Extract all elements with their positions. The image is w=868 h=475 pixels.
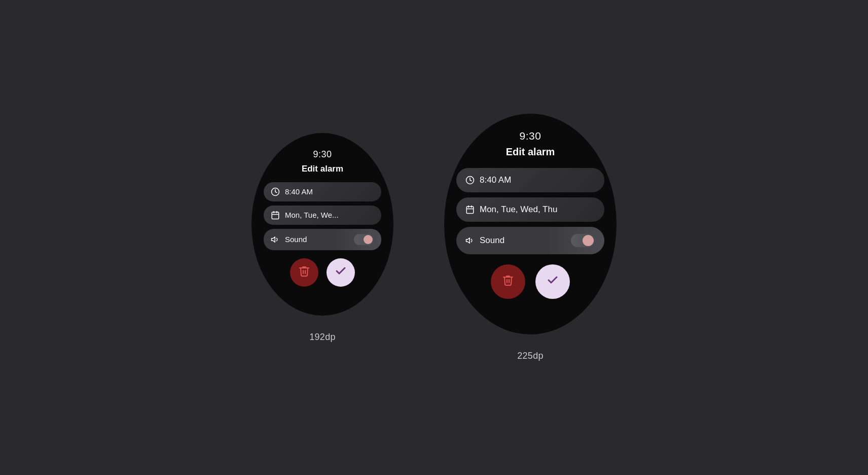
sound-icon bbox=[465, 236, 475, 245]
sound-toggle[interactable] bbox=[571, 234, 595, 247]
schedule-label: Mon, Tue, Wed, Thu bbox=[480, 205, 595, 215]
menu-items: 8:40 AM Mon, Tue, Wed, Thu Sound bbox=[456, 168, 604, 254]
sound-label: Sound bbox=[480, 235, 566, 246]
trash-icon bbox=[502, 274, 514, 290]
trash-icon bbox=[298, 265, 310, 280]
time-label: 8:40 AM bbox=[285, 187, 374, 196]
watch-face-large: 9:30Edit alarm 8:40 AM Mon, Tue, Wed, Th… bbox=[444, 114, 617, 334]
watch-face-small: 9:30Edit alarm 8:40 AM Mon, Tue, We... S… bbox=[251, 133, 393, 316]
action-buttons bbox=[491, 264, 570, 299]
checkmark-icon bbox=[547, 274, 559, 290]
toggle-knob bbox=[583, 235, 594, 246]
time-label: 8:40 AM bbox=[480, 175, 595, 185]
menu-items: 8:40 AM Mon, Tue, We... Sound bbox=[264, 182, 381, 250]
watch-title: Edit alarm bbox=[302, 164, 343, 174]
calendar-icon bbox=[271, 211, 280, 220]
action-buttons bbox=[290, 258, 355, 287]
sound-icon bbox=[271, 235, 280, 244]
svg-rect-7 bbox=[466, 207, 474, 214]
svg-marker-11 bbox=[466, 238, 470, 244]
delete-button[interactable] bbox=[290, 258, 318, 287]
time-menu-item[interactable]: 8:40 AM bbox=[456, 168, 604, 192]
calendar-icon bbox=[465, 205, 475, 214]
watch-container-small: 9:30Edit alarm 8:40 AM Mon, Tue, We... S… bbox=[251, 133, 393, 343]
schedule-menu-item[interactable]: Mon, Tue, Wed, Thu bbox=[456, 197, 604, 222]
confirm-button[interactable] bbox=[535, 264, 570, 299]
confirm-button[interactable] bbox=[327, 258, 355, 287]
watch-time: 9:30 bbox=[313, 149, 332, 160]
clock-icon bbox=[271, 187, 280, 196]
svg-rect-1 bbox=[272, 212, 279, 219]
time-menu-item[interactable]: 8:40 AM bbox=[264, 182, 381, 201]
checkmark-icon bbox=[335, 265, 347, 280]
sound-menu-item[interactable]: Sound bbox=[456, 227, 604, 254]
watch-title: Edit alarm bbox=[506, 146, 555, 158]
sound-toggle[interactable] bbox=[354, 234, 374, 245]
schedule-menu-item[interactable]: Mon, Tue, We... bbox=[264, 206, 381, 225]
delete-button[interactable] bbox=[491, 264, 525, 299]
watch-container-large: 9:30Edit alarm 8:40 AM Mon, Tue, Wed, Th… bbox=[444, 114, 617, 361]
clock-icon bbox=[465, 176, 475, 185]
sound-menu-item[interactable]: Sound bbox=[264, 229, 381, 250]
dp-label: 192dp bbox=[309, 332, 336, 343]
schedule-label: Mon, Tue, We... bbox=[285, 211, 374, 219]
watch-time: 9:30 bbox=[520, 130, 541, 142]
sound-label: Sound bbox=[285, 235, 349, 244]
dp-label: 225dp bbox=[517, 351, 544, 361]
toggle-knob bbox=[364, 235, 373, 244]
svg-marker-5 bbox=[272, 236, 275, 242]
